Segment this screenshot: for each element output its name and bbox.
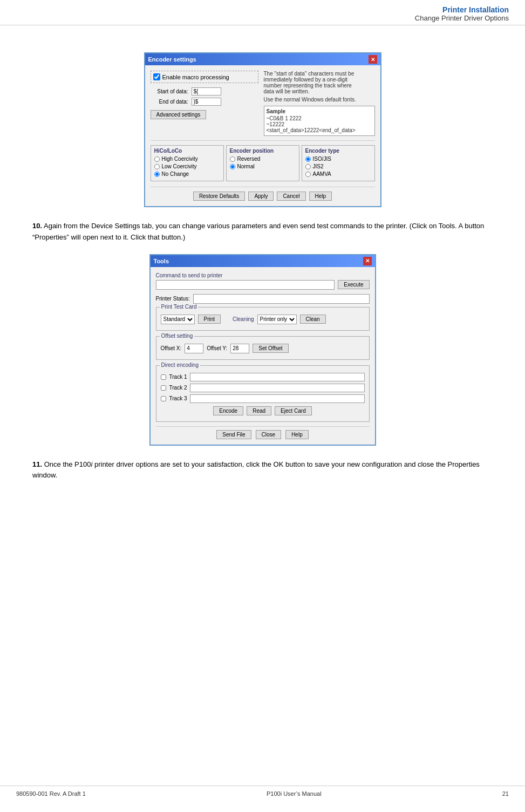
offset-x-input[interactable] [185,344,203,353]
footer-center: P100i User’s Manual [267,790,322,797]
no-change-row: No Change [154,171,220,177]
printer-status-row: Printer Status: [156,294,370,304]
tools-dialog-titlebar: Tools ✕ [151,255,375,267]
direct-encoding-title: Direct encoding [160,362,200,368]
aamva-radio[interactable] [305,172,311,177]
execute-button[interactable]: Execute [338,280,369,289]
track1-label: Track 1 [169,374,187,380]
high-coercivity-label: High Coercivity [162,156,198,162]
print-test-card-group: Print Test Card Standard Print Cleaning … [156,307,370,331]
tools-dialog-title: Tools [154,258,169,264]
eject-card-button[interactable]: Eject Card [275,406,312,415]
start-of-data-label: Start of data: [151,88,188,94]
sample-line1: ~C0&B 1 2222 [267,115,372,121]
print-button[interactable]: Print [198,315,221,324]
jis2-label: JIS2 [313,163,324,169]
reversed-label: Reversed [237,156,261,162]
encoder-dialog-close[interactable]: ✕ [369,55,377,64]
clean-button[interactable]: Clean [300,315,326,324]
step10-number: 10. [32,222,42,230]
normal-label: Normal [237,163,255,169]
right-text-2: immediately followed by a one-digit [264,77,375,83]
header-title-main: Printer Installation [0,5,509,14]
command-input[interactable] [156,280,335,290]
start-of-data-row: Start of data: [151,87,258,95]
track3-checkbox[interactable] [161,396,166,401]
step10-text: Again from the Device Settings tab, you … [32,222,484,241]
normal-row: Normal [230,163,296,169]
printer-status-input [193,294,370,304]
send-file-button[interactable]: Send File [216,430,251,439]
jis2-radio[interactable] [305,164,311,169]
aamva-row: AAMVA [305,171,371,177]
cleaning-select[interactable]: Printer only [257,315,297,324]
print-test-card-title: Print Test Card [160,304,199,310]
advanced-settings-button[interactable]: Advanced settings [151,110,207,119]
encode-button[interactable]: Encode [213,406,243,415]
sample-line3: <start_of_data>12222<end_of_data> [267,127,372,133]
low-coercivity-radio[interactable] [154,164,160,169]
track3-input[interactable] [190,394,364,403]
track1-input[interactable] [190,373,364,381]
start-of-data-input[interactable] [192,87,221,95]
restore-defaults-button[interactable]: Restore Defaults [193,192,245,201]
encoder-type-title: Encoder type [305,148,371,154]
right-text-1: The "start of data" characters must be [264,71,375,77]
track1-checkbox[interactable] [161,374,166,380]
reversed-radio[interactable] [230,156,235,162]
read-button[interactable]: Read [247,406,271,415]
sample-line2: ~12222 [267,121,372,127]
direct-encoding-group: Direct encoding Track 1 Track 2 Tra [156,365,370,422]
offset-group: Offset setting Offset X: Offset Y: Set O… [156,336,370,360]
command-section: Command to send to printer Execute [156,272,370,290]
no-change-label: No Change [162,171,189,177]
tools-help-button[interactable]: Help [285,430,309,439]
track2-row: Track 2 [161,384,365,392]
sample-title: Sample [267,108,372,114]
enable-macro-label: Enable macro processing [162,74,229,80]
sample-box: Sample ~C0&B 1 2222 ~12222 <start_of_dat… [264,106,375,136]
encoder-bottom-sections: HiCo/LoCo High Coercivity Low Coercivity… [151,140,375,181]
end-of-data-input[interactable] [192,98,221,106]
right-text-5: Use the normal Windows default fonts. [264,97,375,103]
tracks-section: Track 1 Track 2 Track 3 [161,373,365,403]
hicolo-title: HiCo/LoCo [154,148,220,154]
track2-label: Track 2 [169,385,187,391]
track3-label: Track 3 [169,395,187,401]
help-button[interactable]: Help [309,192,332,201]
page-header: Printer Installation Change Printer Driv… [0,0,525,25]
aamva-label: AAMVA [313,171,331,177]
track2-checkbox[interactable] [161,385,166,391]
tools-close-button[interactable]: Close [256,430,282,439]
tools-footer: Send File Close Help [156,426,370,439]
offset-y-label: Offset Y: [207,345,227,351]
command-row: Execute [156,280,370,290]
print-test-select[interactable]: Standard [161,315,195,324]
high-coercivity-radio[interactable] [154,156,160,162]
normal-radio[interactable] [230,164,235,169]
enable-macro-checkbox[interactable] [153,73,160,80]
apply-button[interactable]: Apply [248,192,274,201]
jis2-row: JIS2 [305,163,371,169]
end-of-data-row: End of data: [151,98,258,106]
end-of-data-label: End of data: [151,99,188,105]
reversed-row: Reversed [230,156,296,162]
no-change-radio[interactable] [154,172,160,177]
encode-row: Encode Read Eject Card [161,406,365,415]
tools-dialog-body: Command to send to printer Execute Print… [151,267,375,445]
track2-input[interactable] [190,384,364,392]
cleaning-label: Cleaning [233,316,254,322]
set-offset-button[interactable]: Set Offset [253,344,288,353]
track1-row: Track 1 [161,373,365,381]
enable-macro-row: Enable macro processing [151,71,258,83]
right-text-4: data will be written. [264,88,375,94]
encoder-top-section: Enable macro processing Start of data: E… [151,71,375,136]
iso-jis-radio[interactable] [305,156,311,162]
high-coercivity-row: High Coercivity [154,156,220,162]
step11-text2: printer driver options are set to your s… [32,460,480,480]
footer-right: 21 [502,790,509,797]
tools-dialog-close[interactable]: ✕ [363,257,372,265]
offset-y-input[interactable] [230,344,249,353]
step11-number: 11. [32,460,42,468]
cancel-button[interactable]: Cancel [277,192,305,201]
